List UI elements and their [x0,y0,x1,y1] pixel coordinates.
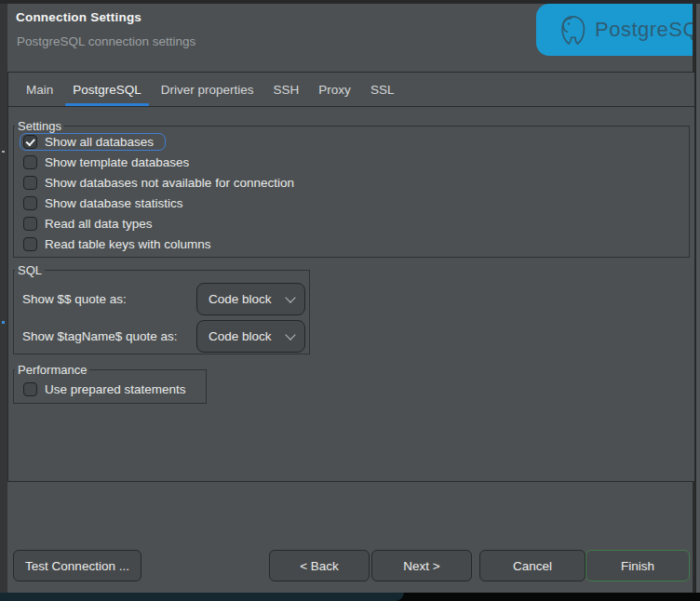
checkbox-label[interactable]: Show all databases [45,135,154,149]
checkbox-row: Show databases not available for connect… [14,172,689,193]
checkbox-row: Read table keys with columns [14,234,689,254]
checkbox-row: Show template databases [14,152,689,172]
tab-postgresql[interactable]: PostgreSQL [65,73,149,106]
sql-group: SQL Show $$ quote as: Code block Show $t… [13,270,310,354]
page-title: Connection Settings [16,10,141,24]
settings-group-label: Settings [15,119,64,133]
tab-label: SSL [370,83,395,97]
tab-label: Main [26,83,53,97]
checkbox-label[interactable]: Use prepared statements [45,382,186,396]
dialog-header: Connection Settings PostgreSQL connectio… [7,4,693,61]
sql-row: Show $tagName$ quote as: Code block [14,320,309,353]
dollar-quote-value: Code block [209,292,272,306]
checkbox-show-all-databases[interactable] [23,135,37,149]
tagname-quote-select[interactable]: Code block [196,320,305,353]
checkbox-read-table-keys[interactable] [23,237,37,251]
performance-group-label: Performance [15,363,89,377]
window-frame-right [696,4,700,593]
settings-group: Settings Show all databases Show templat… [13,126,690,258]
checkbox-label[interactable]: Read table keys with columns [45,237,211,251]
postgresql-elephant-icon [558,15,586,46]
checkbox-use-prepared-statements[interactable] [23,382,37,396]
background-artifact [2,151,5,153]
checkbox-row: Read all data types [14,213,689,234]
sql-row: Show $$ quote as: Code block [14,283,309,315]
performance-group: Performance Use prepared statements [13,369,207,404]
checkbox-show-template-databases[interactable] [23,155,37,169]
tagname-quote-value: Code block [209,329,272,343]
background-terminal-edge [0,593,404,601]
background-window-left-edge [0,4,7,593]
test-connection-button[interactable]: Test Connection ... [13,550,141,581]
background-window-bottom-edge [0,593,700,601]
tab-label: Driver properties [161,83,254,97]
checkbox-show-database-statistics[interactable] [23,196,37,210]
next-button[interactable]: Next > [371,550,472,581]
finish-button[interactable]: Finish [586,550,690,581]
connection-settings-dialog: Connection Settings PostgreSQL connectio… [7,4,694,593]
tab-label: Proxy [318,83,351,97]
checkbox-row: Show database statistics [14,193,689,213]
postgresql-logo: PostgreSQL [536,4,693,56]
page-subtitle: PostgreSQL connection settings [17,34,195,48]
checkbox-row: Show all databases [14,131,689,152]
postgresql-logo-text: PostgreSQL [595,18,693,42]
focus-ring: Show all databases [20,133,166,151]
tab-ssl[interactable]: SSL [363,73,402,106]
chevron-down-icon [285,292,295,302]
checkbox-show-unavailable-databases[interactable] [23,176,37,190]
tab-label: SSH [274,83,300,97]
dollar-quote-label: Show $$ quote as: [22,292,196,306]
background-artifact [2,321,5,324]
tagname-quote-label: Show $tagName$ quote as: [22,329,196,343]
checkbox-row: Use prepared statements [14,379,206,399]
tab-ssh[interactable]: SSH [266,73,307,106]
tab-label: PostgreSQL [73,83,141,97]
checkbox-label[interactable]: Show databases not available for connect… [45,176,294,190]
tab-proxy[interactable]: Proxy [311,73,358,106]
tab-bar: Main PostgreSQL Driver properties SSH Pr… [8,73,694,107]
checkbox-label[interactable]: Show template databases [45,155,189,169]
back-button[interactable]: < Back [269,550,370,581]
checkbox-read-all-data-types[interactable] [23,217,37,231]
sql-group-label: SQL [15,263,45,277]
checkbox-label[interactable]: Read all data types [45,217,153,231]
cancel-button[interactable]: Cancel [479,550,586,581]
tab-main[interactable]: Main [19,73,61,106]
dollar-quote-select[interactable]: Code block [196,283,305,315]
tab-driver-properties[interactable]: Driver properties [154,73,262,106]
chevron-down-icon [285,329,295,340]
checkbox-label[interactable]: Show database statistics [45,196,183,210]
